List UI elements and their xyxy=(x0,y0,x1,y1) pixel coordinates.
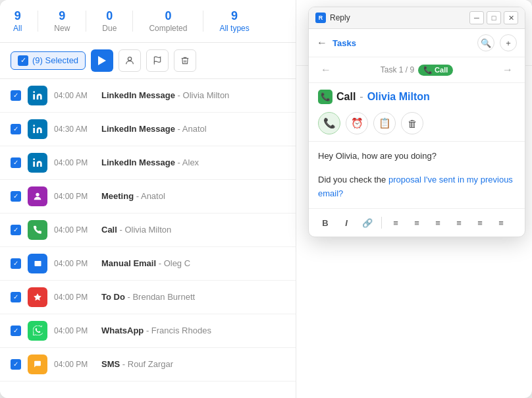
task-type-icon-6 xyxy=(28,287,47,307)
task-type-icon-0 xyxy=(28,86,47,105)
task-checkbox-0[interactable]: ✓ xyxy=(11,90,21,101)
task-checkbox-5[interactable]: ✓ xyxy=(11,258,21,269)
align-right-button[interactable]: ≡ xyxy=(429,214,446,231)
schedule-action-button[interactable]: ⏰ xyxy=(346,112,368,134)
stat-item-all[interactable]: 9All xyxy=(13,9,22,33)
copy-action-button[interactable]: 📋 xyxy=(373,112,396,134)
editor-divider-1 xyxy=(381,217,382,229)
task-checkbox-1[interactable]: ✓ xyxy=(11,124,21,134)
minimize-button[interactable]: ─ xyxy=(469,11,484,24)
trash-action-button[interactable]: 🗑 xyxy=(401,112,423,134)
task-type-icon-8 xyxy=(28,355,47,374)
toolbar: ✓ (9) Selected xyxy=(0,43,296,79)
window-nav: ← Tasks 🔍 + xyxy=(309,29,525,57)
assign-button[interactable] xyxy=(119,49,141,72)
italic-button[interactable]: I xyxy=(338,214,355,231)
task-checkbox-4[interactable]: ✓ xyxy=(11,225,21,235)
close-button[interactable]: ✕ xyxy=(504,11,518,24)
reply-window: R Reply ─ □ ✕ ← Tasks 🔍 + ← Task 1 / 9 📞 xyxy=(308,7,525,237)
task-header: ← Task 1 / 9 📞 Call → xyxy=(309,57,525,83)
prev-task-arrow[interactable]: ← xyxy=(317,63,335,77)
stat-item-completed[interactable]: 0Completed xyxy=(149,9,187,33)
task-type-icon-3 xyxy=(28,186,47,206)
call-action-button[interactable]: 📞 xyxy=(318,112,340,134)
task-title-2: LinkedIn Message - Alex xyxy=(101,157,199,167)
stat-item-new[interactable]: 9New xyxy=(54,9,70,33)
task-type-icon-4 xyxy=(28,220,47,240)
task-row[interactable]: ✓ 04:00 PM LinkedIn Message - Alex xyxy=(0,146,296,180)
selected-label: (9) Selected xyxy=(32,55,78,65)
selected-checkbox[interactable]: ✓ (9) Selected xyxy=(11,51,86,70)
add-icon[interactable]: + xyxy=(500,34,517,51)
task-title-1: LinkedIn Message - Anatol xyxy=(101,124,207,134)
svg-rect-3 xyxy=(33,94,35,100)
task-counter: Task 1 / 9 📞 Call xyxy=(381,65,454,76)
task-row[interactable]: ✓ 04:30 AM LinkedIn Message - Anatol xyxy=(0,113,296,146)
nav-icons: 🔍 + xyxy=(477,34,517,51)
task-time-1: 04:30 AM xyxy=(54,125,95,134)
play-button[interactable] xyxy=(91,49,113,72)
task-title-6: To Do - Brendan Burnett xyxy=(101,292,195,302)
outdent-button[interactable]: ≡ xyxy=(492,214,510,231)
task-time-7: 04:00 PM xyxy=(54,326,95,335)
reply-favicon: R xyxy=(315,13,326,23)
svg-rect-7 xyxy=(33,161,35,167)
align-left-button[interactable]: ≡ xyxy=(387,214,404,231)
link-button[interactable]: 🔗 xyxy=(359,214,376,231)
task-time-2: 04:00 PM xyxy=(54,158,95,167)
task-type-label: Call xyxy=(336,91,356,103)
align-center-button[interactable]: ≡ xyxy=(408,214,425,231)
check-icon: ✓ xyxy=(18,55,28,66)
task-checkbox-8[interactable]: ✓ xyxy=(11,359,21,370)
tasks-link[interactable]: Tasks xyxy=(332,38,356,48)
justify-button[interactable]: ≡ xyxy=(450,214,467,231)
task-row[interactable]: ✓ 04:00 AM LinkedIn Message - Olivia Mil… xyxy=(0,79,296,113)
task-row[interactable]: ✓ 04:00 PM WhatsApp - Francis Rhodes xyxy=(0,314,296,348)
task-person-label: Olivia Milton xyxy=(367,91,430,103)
call-badge: 📞 Call xyxy=(418,65,453,76)
app-container: 9All9New0Due0Completed9All types ✓ (9) S… xyxy=(0,0,532,398)
delete-button[interactable] xyxy=(174,49,196,72)
window-titlebar: R Reply ─ □ ✕ xyxy=(309,7,525,29)
task-title-5: Manual Email - Oleg C xyxy=(101,258,190,268)
task-title-3: Meeting - Anatol xyxy=(101,191,165,201)
task-time-8: 04:00 PM xyxy=(54,360,95,369)
task-time-3: 04:00 PM xyxy=(54,192,95,201)
message-area[interactable]: Hey Olivia, how are you doing? Did you c… xyxy=(309,142,525,208)
svg-marker-0 xyxy=(98,56,106,65)
task-checkbox-6[interactable]: ✓ xyxy=(11,292,21,302)
left-panel: 9All9New0Due0Completed9All types ✓ (9) S… xyxy=(0,0,296,398)
back-arrow-icon[interactable]: ← xyxy=(317,37,327,49)
task-row[interactable]: ✓ 04:00 PM Call - Olivia Milton xyxy=(0,213,296,247)
task-row[interactable]: ✓ 04:00 PM To Do - Brendan Burnett xyxy=(0,281,296,314)
flag-button[interactable] xyxy=(146,49,169,72)
task-time-0: 04:00 AM xyxy=(54,91,95,100)
window-title: Reply xyxy=(330,13,466,22)
stat-item-all-types[interactable]: 9All types xyxy=(219,9,249,33)
task-main-title: 📞 Call - Olivia Milton xyxy=(318,90,516,104)
svg-point-4 xyxy=(33,91,35,93)
task-checkbox-7[interactable]: ✓ xyxy=(11,326,21,336)
task-title-0: LinkedIn Message - Olivia Milton xyxy=(101,90,229,100)
bold-button[interactable]: B xyxy=(317,214,334,231)
task-checkbox-3[interactable]: ✓ xyxy=(11,191,21,202)
editor-toolbar: B I 🔗 ≡ ≡ ≡ ≡ ≡ ≡ xyxy=(309,208,525,237)
stat-item-due[interactable]: 0Due xyxy=(102,9,117,33)
task-row[interactable]: ✓ 04:00 PM Meeting - Anatol xyxy=(0,180,296,213)
svg-point-6 xyxy=(33,125,35,127)
svg-point-1 xyxy=(128,57,131,60)
maximize-button[interactable]: □ xyxy=(487,11,501,24)
search-icon[interactable]: 🔍 xyxy=(477,34,494,51)
svg-point-8 xyxy=(33,158,35,160)
task-list: ✓ 04:00 AM LinkedIn Message - Olivia Mil… xyxy=(0,79,296,398)
task-checkbox-2[interactable]: ✓ xyxy=(11,157,21,168)
task-title-8: SMS - Rouf Zargar xyxy=(101,359,173,369)
window-controls: ─ □ ✕ xyxy=(469,11,518,24)
svg-point-9 xyxy=(36,192,39,196)
task-row[interactable]: ✓ 04:00 PM SMS - Rouf Zargar xyxy=(0,348,296,382)
task-row[interactable]: ✓ 04:00 PM Manual Email - Oleg C xyxy=(0,247,296,281)
indent-button[interactable]: ≡ xyxy=(471,214,489,231)
message-line2: Did you check the proposal I've sent in … xyxy=(318,173,516,201)
task-title-section: 📞 Call - Olivia Milton xyxy=(309,83,525,108)
next-task-arrow[interactable]: → xyxy=(498,63,517,77)
